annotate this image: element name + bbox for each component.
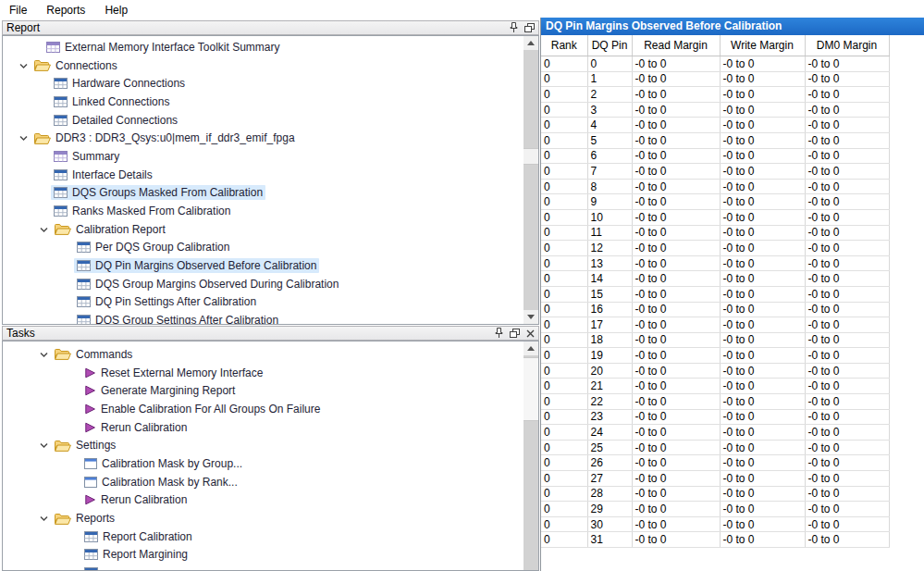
cell[interactable]: 4 bbox=[587, 118, 632, 133]
tree-item-dqs-groups-masked-from-calibration[interactable]: DQS Groups Masked From Calibration bbox=[3, 184, 524, 203]
cell[interactable]: -0 to 0 bbox=[720, 409, 805, 425]
chevron-down-icon[interactable] bbox=[40, 226, 48, 233]
scroll-up-icon[interactable] bbox=[524, 36, 538, 50]
cell[interactable]: -0 to 0 bbox=[805, 379, 889, 394]
tree-folder-reports[interactable]: Reports bbox=[3, 509, 524, 528]
cell[interactable]: -0 to 0 bbox=[632, 148, 720, 164]
cell[interactable]: -0 to 0 bbox=[805, 179, 889, 194]
cell[interactable]: 15 bbox=[587, 286, 632, 302]
cell[interactable]: -0 to 0 bbox=[805, 332, 889, 348]
pin-icon[interactable] bbox=[495, 328, 503, 339]
cell[interactable]: -0 to 0 bbox=[805, 471, 889, 487]
cell[interactable]: -0 to 0 bbox=[632, 471, 720, 487]
cell[interactable]: 0 bbox=[541, 194, 587, 210]
cell[interactable]: 24 bbox=[587, 425, 632, 441]
cell[interactable]: 29 bbox=[587, 502, 632, 517]
cell[interactable]: -0 to 0 bbox=[632, 317, 720, 333]
tree-item-report-calibration[interactable]: Report Calibration bbox=[3, 528, 524, 546]
cell[interactable]: 10 bbox=[587, 209, 632, 225]
cell[interactable]: -0 to 0 bbox=[632, 455, 720, 471]
tree-folder-connections[interactable]: Connections bbox=[3, 56, 524, 75]
cell[interactable]: -0 to 0 bbox=[805, 132, 889, 148]
chevron-down-icon[interactable] bbox=[19, 134, 28, 142]
tree-item-ranks-masked-from-calibration[interactable]: Ranks Masked From Calibration bbox=[3, 202, 524, 220]
cell[interactable]: -0 to 0 bbox=[720, 302, 805, 317]
cell[interactable]: 0 bbox=[541, 209, 587, 225]
cell[interactable]: -0 to 0 bbox=[720, 440, 805, 455]
cell[interactable]: 9 bbox=[587, 194, 632, 210]
cell[interactable]: -0 to 0 bbox=[805, 102, 889, 118]
cell[interactable]: -0 to 0 bbox=[720, 516, 805, 532]
cell[interactable]: -0 to 0 bbox=[720, 118, 805, 133]
cell[interactable]: 0 bbox=[541, 102, 587, 118]
cell[interactable]: 0 bbox=[541, 132, 587, 148]
cell[interactable]: 5 bbox=[587, 132, 632, 148]
cell[interactable]: 17 bbox=[587, 317, 632, 333]
cell[interactable]: 30 bbox=[587, 516, 632, 532]
cell[interactable]: -0 to 0 bbox=[632, 379, 720, 394]
cell[interactable]: -0 to 0 bbox=[720, 56, 805, 72]
tree-item-external-memory-interface-toolkit-summary[interactable]: External Memory Interface Toolkit Summar… bbox=[3, 38, 524, 56]
cell[interactable]: -0 to 0 bbox=[805, 394, 889, 410]
cell[interactable]: 3 bbox=[587, 102, 632, 118]
column-header-dq-pin[interactable]: DQ Pin bbox=[587, 35, 632, 56]
cell[interactable]: -0 to 0 bbox=[720, 394, 805, 410]
tree-folder-ddr3-ddr3-qsys-u0-mem-if-ddr3-emif-fpga[interactable]: DDR3 : DDR3_Qsys:u0|mem_if_ddr3_emif_fpg… bbox=[3, 129, 524, 147]
cell[interactable]: -0 to 0 bbox=[805, 271, 889, 287]
cell[interactable]: 0 bbox=[541, 148, 587, 164]
cell[interactable]: -0 to 0 bbox=[632, 302, 720, 317]
cell[interactable]: -0 to 0 bbox=[632, 516, 720, 532]
cell[interactable]: -0 to 0 bbox=[805, 363, 889, 379]
scroll-up-icon[interactable] bbox=[524, 341, 538, 355]
cell[interactable]: -0 to 0 bbox=[632, 409, 720, 425]
menu-reports[interactable]: Reports bbox=[44, 3, 87, 18]
cell[interactable]: 0 bbox=[541, 440, 587, 455]
cell[interactable]: -0 to 0 bbox=[805, 255, 889, 271]
cell[interactable]: 11 bbox=[587, 225, 632, 241]
cell[interactable]: 0 bbox=[541, 255, 587, 271]
tree-item-linked-connections[interactable]: Linked Connections bbox=[3, 93, 524, 111]
cell[interactable]: -0 to 0 bbox=[805, 241, 889, 256]
cell[interactable]: 0 bbox=[541, 486, 587, 502]
cell[interactable]: -0 to 0 bbox=[720, 164, 805, 180]
cell[interactable]: -0 to 0 bbox=[720, 179, 805, 194]
tasks-scrollbar[interactable] bbox=[524, 341, 538, 570]
cell[interactable]: 28 bbox=[587, 486, 632, 502]
report-panel-header[interactable]: Report bbox=[2, 20, 539, 35]
cell[interactable]: 0 bbox=[541, 271, 587, 287]
tree-item-partial[interactable] bbox=[3, 564, 524, 570]
cell[interactable]: -0 to 0 bbox=[720, 317, 805, 333]
cell[interactable]: -0 to 0 bbox=[805, 286, 889, 302]
cell[interactable]: -0 to 0 bbox=[632, 532, 720, 548]
cell[interactable]: 0 bbox=[541, 532, 587, 548]
cell[interactable]: -0 to 0 bbox=[632, 118, 720, 133]
cell[interactable]: 7 bbox=[587, 164, 632, 180]
cell[interactable]: 0 bbox=[541, 516, 587, 532]
pin-icon[interactable] bbox=[510, 22, 518, 33]
cell[interactable]: -0 to 0 bbox=[632, 440, 720, 455]
cell[interactable]: -0 to 0 bbox=[805, 302, 889, 317]
column-header-dm0-margin[interactable]: DM0 Margin bbox=[805, 35, 889, 56]
cell[interactable]: 0 bbox=[541, 363, 587, 379]
cell[interactable]: -0 to 0 bbox=[720, 209, 805, 225]
cell[interactable]: -0 to 0 bbox=[632, 241, 720, 256]
cell[interactable]: -0 to 0 bbox=[805, 71, 889, 87]
cell[interactable]: -0 to 0 bbox=[720, 379, 805, 394]
menu-help[interactable]: Help bbox=[103, 3, 129, 18]
cell[interactable]: 0 bbox=[541, 71, 587, 87]
cell[interactable]: -0 to 0 bbox=[720, 502, 805, 517]
cell[interactable]: -0 to 0 bbox=[720, 471, 805, 487]
cell[interactable]: -0 to 0 bbox=[805, 87, 889, 103]
cell[interactable]: 21 bbox=[587, 379, 632, 394]
cell[interactable]: 0 bbox=[541, 241, 587, 256]
cell[interactable]: -0 to 0 bbox=[720, 255, 805, 271]
cell[interactable]: -0 to 0 bbox=[805, 56, 889, 72]
cell[interactable]: -0 to 0 bbox=[632, 56, 720, 72]
cell[interactable]: 0 bbox=[541, 56, 587, 72]
cell[interactable]: 31 bbox=[587, 532, 632, 548]
cell[interactable]: -0 to 0 bbox=[720, 225, 805, 241]
tree-item-reset-external-memory-interface[interactable]: Reset External Memory Interface bbox=[3, 364, 524, 382]
column-header-rank[interactable]: Rank bbox=[541, 35, 587, 56]
cell[interactable]: -0 to 0 bbox=[720, 87, 805, 103]
cell[interactable]: 16 bbox=[587, 302, 632, 317]
